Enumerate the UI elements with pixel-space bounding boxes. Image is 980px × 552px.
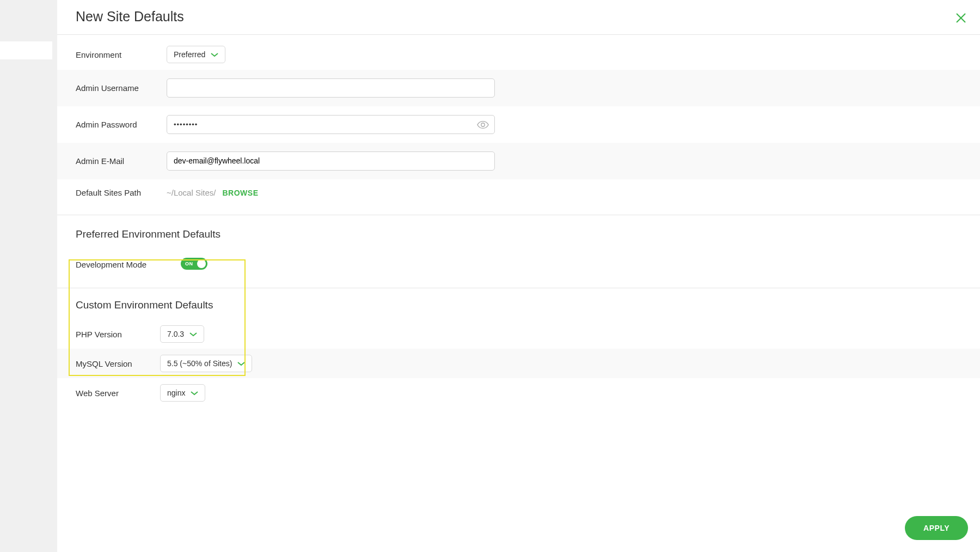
row-environment: Environment Preferred — [57, 35, 980, 70]
input-admin-password[interactable]: •••••••• — [174, 120, 488, 129]
label-admin-email: Admin E-Mail — [76, 156, 167, 166]
reveal-password-button[interactable] — [477, 119, 489, 131]
label-mysql-version: MySQL Version — [76, 359, 160, 368]
label-php-version: PHP Version — [76, 330, 160, 339]
dropdown-mysql-version[interactable]: 5.5 (~50% of Sites) — [160, 355, 252, 372]
input-admin-password-wrapper: •••••••• — [167, 115, 495, 134]
toggle-dev-mode[interactable]: ON — [181, 258, 207, 270]
chevron-down-icon — [189, 332, 197, 337]
heading-custom-env: Custom Environment Defaults — [57, 288, 980, 314]
label-web-server: Web Server — [76, 389, 160, 398]
section-new-site-defaults: Environment Preferred Admin Username Adm… — [57, 35, 980, 215]
main-panel: New Site Defaults Environment Preferred … — [57, 0, 980, 552]
dropdown-mysql-version-value: 5.5 (~50% of Sites) — [167, 359, 232, 368]
row-mysql-version: MySQL Version 5.5 (~50% of Sites) — [57, 349, 980, 378]
page-title: New Site Defaults — [76, 9, 184, 25]
dropdown-environment[interactable]: Preferred — [167, 46, 225, 63]
label-sites-path: Default Sites Path — [76, 188, 167, 197]
row-admin-password: Admin Password •••••••• — [57, 106, 980, 143]
chevron-down-icon — [237, 361, 245, 366]
label-admin-password: Admin Password — [76, 120, 167, 129]
browse-button[interactable]: BROWSE — [222, 189, 258, 197]
row-sites-path: Default Sites Path ~/Local Sites/ BROWSE — [57, 179, 980, 206]
chevron-down-icon — [191, 391, 198, 396]
row-admin-email: Admin E-Mail — [57, 143, 980, 179]
section-custom-env: Custom Environment Defaults PHP Version … — [57, 288, 980, 408]
label-admin-username: Admin Username — [76, 83, 167, 93]
close-icon — [954, 11, 967, 25]
input-admin-email-wrapper — [167, 151, 495, 171]
label-dev-mode: Development Mode — [76, 260, 181, 269]
row-dev-mode: Development Mode ON — [57, 246, 980, 279]
header: New Site Defaults — [57, 0, 980, 35]
sites-path-value: ~/Local Sites/ — [167, 188, 216, 197]
dropdown-web-server[interactable]: nginx — [160, 384, 205, 402]
eye-icon — [477, 120, 489, 129]
input-admin-username[interactable] — [174, 83, 488, 92]
chevron-down-icon — [211, 52, 218, 57]
row-admin-username: Admin Username — [57, 70, 980, 106]
heading-preferred-env: Preferred Environment Defaults — [57, 215, 980, 246]
dropdown-php-version-value: 7.0.3 — [167, 330, 184, 338]
apply-button[interactable]: APPLY — [905, 516, 968, 540]
close-button[interactable] — [951, 8, 971, 28]
dropdown-php-version[interactable]: 7.0.3 — [160, 325, 204, 343]
label-environment: Environment — [76, 50, 167, 59]
toggle-knob — [197, 259, 206, 268]
dropdown-environment-value: Preferred — [174, 50, 205, 59]
sidebar-active-tab[interactable] — [0, 41, 52, 59]
sidebar — [0, 0, 57, 552]
row-web-server: Web Server nginx — [57, 378, 980, 408]
input-admin-email[interactable] — [174, 156, 488, 165]
dropdown-web-server-value: nginx — [167, 389, 185, 397]
input-admin-username-wrapper — [167, 78, 495, 98]
toggle-on-label: ON — [185, 261, 193, 266]
svg-point-2 — [481, 123, 485, 126]
row-php-version: PHP Version 7.0.3 — [57, 314, 980, 349]
section-preferred-env: Preferred Environment Defaults Developme… — [57, 215, 980, 288]
